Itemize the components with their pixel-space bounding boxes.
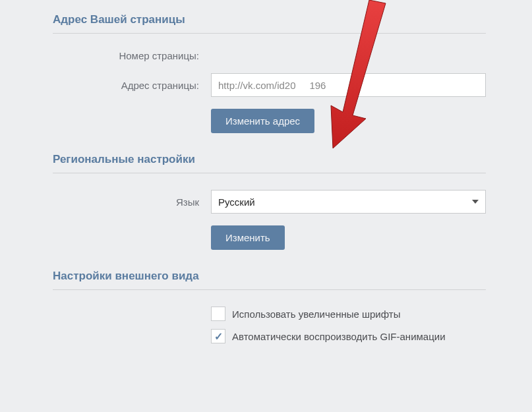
gif-autoplay-label: Автоматически воспроизводить GIF-анимаци… <box>232 331 446 342</box>
change-address-button[interactable]: Изменить адрес <box>211 109 314 133</box>
page-url-label: Адрес страницы: <box>53 80 211 91</box>
regional-section: Региональные настройки Язык Русский Изме… <box>53 153 486 250</box>
large-fonts-row: Использовать увеличенные шрифты <box>211 307 486 321</box>
address-section-title: Адрес Вашей страницы <box>53 13 486 34</box>
chevron-down-icon <box>472 200 479 204</box>
regional-section-title: Региональные настройки <box>53 153 486 173</box>
language-label: Язык <box>53 196 211 208</box>
appearance-section-title: Настройки внешнего вида <box>53 270 486 290</box>
language-select-value: Русский <box>218 196 472 208</box>
page-url-input[interactable] <box>211 73 486 97</box>
address-section: Адрес Вашей страницы Номер страницы: Адр… <box>53 13 486 133</box>
large-fonts-checkbox[interactable] <box>211 307 225 321</box>
gif-autoplay-checkbox[interactable] <box>211 329 225 343</box>
large-fonts-label: Использовать увеличенные шрифты <box>232 309 400 320</box>
language-select[interactable]: Русский <box>211 190 486 214</box>
page-number-label: Номер страницы: <box>53 50 211 61</box>
appearance-section: Настройки внешнего вида Использовать уве… <box>53 270 486 343</box>
language-row: Язык Русский <box>53 190 486 214</box>
page-number-row: Номер страницы: <box>53 50 486 61</box>
change-language-button[interactable]: Изменить <box>211 225 285 250</box>
page-url-row: Адрес страницы: <box>53 73 486 97</box>
gif-autoplay-row: Автоматически воспроизводить GIF-анимаци… <box>211 329 486 343</box>
